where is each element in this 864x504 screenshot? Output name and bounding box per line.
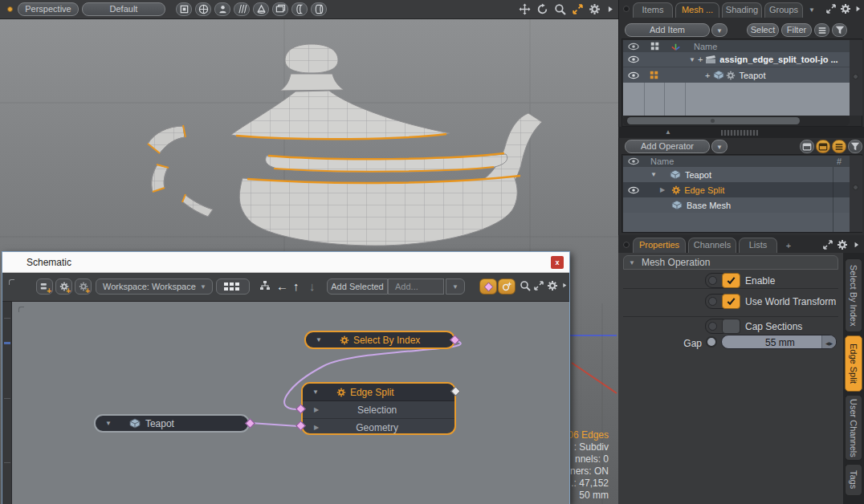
schematic-settings-button[interactable] — [547, 280, 558, 291]
checkbox-unchecked[interactable] — [722, 319, 740, 334]
viewport-options-button[interactable] — [589, 3, 601, 15]
shaded-style-button[interactable] — [176, 2, 192, 16]
schematic-expand-button[interactable] — [533, 280, 544, 291]
panel-settings-button[interactable] — [840, 3, 851, 14]
side-tab-user-channels[interactable]: User Channels — [845, 395, 862, 461]
node-teapot[interactable]: ▼ Teapot — [94, 414, 250, 433]
add-item-dropdown[interactable]: ▼ — [711, 23, 727, 37]
side-tab-select-by-index[interactable]: Select By Index — [845, 258, 862, 332]
tab-channels[interactable]: Channels — [688, 238, 736, 253]
view-preset-button[interactable]: Default — [82, 2, 165, 16]
gap-input[interactable]: 55 mm ◀ ▶ — [721, 335, 837, 349]
plus-toggle[interactable]: + — [698, 55, 703, 64]
solo-view-button[interactable] — [800, 140, 814, 153]
camera-style-button[interactable] — [214, 2, 230, 16]
add-operator-node-button[interactable]: + — [55, 278, 72, 295]
edge-split-input-geometry[interactable]: ▶ Geometry — [303, 419, 454, 435]
expand-triangle[interactable]: ▼ — [689, 56, 695, 63]
schematic-canvas[interactable]: ▼ Select By Index ▼ Edge Split ▶ Selecti… — [2, 302, 569, 504]
viewport-menu-button[interactable] — [606, 5, 614, 14]
item-name[interactable]: Teapot — [739, 71, 765, 80]
filter-button[interactable]: Filter — [781, 23, 812, 37]
perspective-button[interactable]: Perspective — [18, 2, 79, 16]
node-collapse-triangle[interactable]: ▼ — [312, 388, 319, 396]
section-collapse-triangle[interactable]: ▼ — [629, 259, 635, 266]
show-links-toggle[interactable] — [479, 278, 497, 295]
operator-row-teapot[interactable]: ▼ Teapot — [623, 167, 850, 182]
panel-menu-button[interactable] — [854, 5, 862, 13]
operator-name[interactable]: Edge Split — [684, 185, 724, 195]
hscroll-thumb[interactable] — [627, 117, 800, 124]
node-label[interactable]: Teapot — [145, 418, 174, 429]
edge-split-header[interactable]: ▼ Edge Split — [303, 384, 454, 401]
add-selected-button[interactable]: Add Selected — [327, 278, 388, 295]
uv-view-button[interactable] — [311, 2, 327, 16]
node-select-by-index[interactable]: ▼ Select By Index — [304, 331, 455, 349]
plus-toggle[interactable]: + — [705, 71, 710, 80]
show-operators-toggle[interactable] — [498, 278, 516, 295]
panel-view-active-button[interactable] — [816, 140, 830, 153]
add-channel-node-button[interactable]: + — [75, 278, 92, 295]
panel-expand-button[interactable] — [825, 3, 837, 14]
node-edge-split[interactable]: ▼ Edge Split ▶ Selection ▶ Geometry — [301, 382, 456, 435]
expand-triangle[interactable]: ▶ — [660, 186, 665, 193]
operator-filter-button[interactable] — [848, 140, 862, 153]
node-collapse-triangle[interactable]: ▼ — [105, 420, 112, 427]
expand-triangle[interactable]: ▼ — [650, 171, 657, 178]
close-button[interactable]: x — [551, 256, 564, 269]
side-tab-edge-split[interactable]: Edge Split — [845, 335, 862, 392]
channel-circle[interactable] — [708, 322, 717, 331]
render-toggle-icon[interactable] — [650, 71, 658, 79]
properties-menu-button[interactable] — [853, 241, 860, 249]
gutter-knob[interactable] — [853, 185, 858, 190]
tab-overflow-dropdown[interactable]: ▼ — [809, 6, 815, 14]
schematic-title-bar[interactable]: Schematic x — [2, 252, 569, 273]
eye-icon[interactable] — [628, 55, 639, 64]
channel-circle[interactable] — [708, 276, 717, 285]
checkbox-checked[interactable] — [722, 294, 740, 309]
operator-row-edge-split[interactable]: ▶ Edge Split — [623, 182, 850, 197]
side-tab-tags[interactable]: Tags — [845, 464, 862, 496]
schematic-menu-button[interactable] — [561, 282, 568, 289]
workspace-dropdown[interactable]: Workspace: Workspace ▼ — [96, 278, 213, 295]
tab-items[interactable]: Items — [633, 2, 673, 18]
select-button[interactable]: Select — [747, 23, 779, 37]
channel-circle[interactable] — [708, 297, 717, 306]
tab-lists[interactable]: Lists — [739, 238, 777, 253]
viewport-rotate-button[interactable] — [536, 3, 548, 15]
list-view-active-button[interactable] — [832, 140, 846, 153]
tab-properties[interactable]: Properties — [633, 238, 686, 253]
add-field[interactable]: Add... — [388, 278, 444, 295]
eye-icon[interactable] — [628, 71, 639, 80]
hierarchy-button[interactable] — [259, 280, 271, 291]
operator-row-base-mesh[interactable]: Base Mesh — [623, 197, 850, 213]
viewport-maximize-button[interactable] — [572, 3, 584, 15]
operator-name[interactable]: Base Mesh — [687, 201, 731, 210]
add-operator-dropdown[interactable]: ▼ — [711, 140, 727, 153]
operator-name[interactable]: Teapot — [685, 170, 711, 180]
node-label[interactable]: Select By Index — [353, 335, 420, 346]
viewport-pan-button[interactable] — [519, 3, 531, 15]
gutter-knob[interactable] — [853, 74, 858, 79]
properties-expand-button[interactable] — [822, 239, 833, 250]
gap-channel-circle[interactable] — [706, 336, 717, 348]
collapse-triangle-icon[interactable]: ▲ — [665, 128, 671, 136]
add-operator-button[interactable]: Add Operator — [625, 140, 710, 153]
node-label[interactable]: Edge Split — [350, 387, 394, 398]
item-row-teapot[interactable]: + Teapot — [623, 67, 850, 83]
item-list-hscrollbar[interactable] — [623, 116, 850, 126]
layout-grid-button[interactable] — [216, 278, 250, 295]
nav-up-button[interactable]: ↑ — [293, 279, 300, 293]
gap-spinner[interactable]: ◀ ▶ — [821, 335, 836, 349]
use-world-transform-toggle[interactable] — [705, 294, 740, 309]
spinner-right-icon[interactable]: ▶ — [829, 340, 833, 346]
tab-groups[interactable]: Groups — [764, 2, 803, 18]
tab-shading[interactable]: Shading — [722, 2, 762, 18]
enable-toggle[interactable] — [705, 273, 740, 288]
list-options-button[interactable] — [814, 23, 829, 37]
add-item-button[interactable]: Add Item — [625, 23, 710, 37]
item-row-group[interactable]: ▼ + assign_edge_split_tool-jo ... — [623, 52, 850, 67]
add-node-button[interactable]: + — [36, 278, 53, 295]
properties-settings-button[interactable] — [837, 239, 848, 250]
node-collapse-triangle[interactable]: ▼ — [316, 336, 322, 343]
